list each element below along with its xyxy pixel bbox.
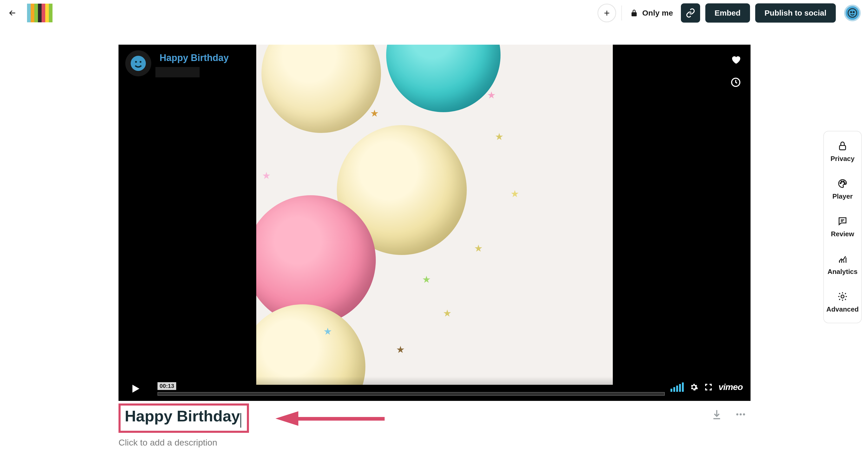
top-bar: + Only me Embed Publish to social [0,0,868,26]
svg-point-8 [740,413,742,416]
sidebar-item-analytics[interactable]: Analytics [828,254,858,276]
text-caret [240,413,241,428]
svg-point-3 [131,56,146,71]
lock-icon [630,8,639,18]
sidebar-item-label: Privacy [831,155,855,163]
embed-label: Embed [715,8,741,18]
title-input-highlight: Happy Birthday [119,403,249,433]
sidebar-item-player[interactable]: Player [832,178,852,200]
sidebar-item-label: Analytics [828,268,858,276]
svg-rect-10 [839,145,845,150]
download-button[interactable] [711,409,722,420]
sidebar-item-label: Review [831,230,854,238]
embed-button[interactable]: Embed [705,3,750,23]
svg-point-15 [841,295,844,298]
svg-point-13 [843,181,844,182]
sidebar-item-advanced[interactable]: Advanced [827,291,859,314]
vimeo-logo[interactable]: vimeo [719,382,743,392]
video-poster [256,45,613,385]
gear-icon [837,291,848,302]
comment-icon [837,216,848,226]
smiley-icon [129,54,147,72]
video-title-input[interactable]: Happy Birthday [125,407,240,425]
divider [621,5,622,21]
lock-icon [837,141,848,151]
settings-sidebar: Privacy Player Review Analytics Advanced [823,131,862,323]
svg-point-5 [140,61,142,63]
sidebar-item-label: Advanced [827,305,859,314]
sidebar-item-label: Player [832,192,852,200]
settings-icon[interactable] [689,383,698,392]
video-player[interactable]: Happy Birthday 00:13 vimeo [119,45,750,401]
smiley-icon [847,8,858,18]
watch-later-button[interactable] [726,73,745,92]
video-overlay-actions [726,50,745,96]
heart-icon [730,54,741,65]
svg-point-0 [848,8,857,17]
copy-link-button[interactable] [681,3,700,23]
user-avatar[interactable] [844,5,861,21]
topbar-left [7,4,58,22]
svg-point-1 [850,12,851,13]
video-controls: 00:13 vimeo [119,377,750,401]
progress-container: 00:13 vimeo [152,377,750,401]
play-button[interactable] [119,377,152,401]
video-overlay-header: Happy Birthday [125,51,233,77]
svg-point-12 [841,181,842,182]
app-logo[interactable] [27,4,58,22]
svg-point-4 [135,61,137,63]
description-input[interactable]: Click to add a description [119,437,750,448]
like-button[interactable] [726,50,745,69]
privacy-toggle[interactable]: Only me [627,8,675,18]
add-button[interactable]: + [597,4,616,22]
fullscreen-icon[interactable] [704,383,713,392]
sidebar-item-privacy[interactable]: Privacy [831,141,855,163]
progress-bar[interactable] [157,392,665,396]
svg-point-14 [844,183,845,184]
plus-icon: + [604,7,610,19]
overlay-uploader-name[interactable] [155,67,199,77]
svg-point-9 [743,413,745,416]
back-button[interactable] [7,8,18,18]
analytics-icon [837,254,848,264]
svg-point-11 [840,183,841,184]
overlay-video-title[interactable]: Happy Birthday [155,51,233,65]
topbar-right: + Only me Embed Publish to social [597,3,861,23]
link-icon [686,8,695,18]
svg-point-7 [736,413,738,416]
uploader-avatar[interactable] [125,51,151,76]
svg-point-2 [853,12,854,13]
video-duration: 00:13 [157,382,176,390]
arrow-left-icon [8,8,17,18]
play-icon [129,383,142,395]
publish-label: Publish to social [765,8,827,18]
palette-icon [837,178,848,189]
volume-control[interactable] [671,383,684,392]
sidebar-item-review[interactable]: Review [831,216,854,238]
privacy-label: Only me [642,8,673,18]
clock-icon [730,77,741,88]
publish-button[interactable]: Publish to social [755,3,836,23]
video-meta: Happy Birthday Click to add a descriptio… [119,403,750,448]
more-button[interactable] [735,409,746,420]
